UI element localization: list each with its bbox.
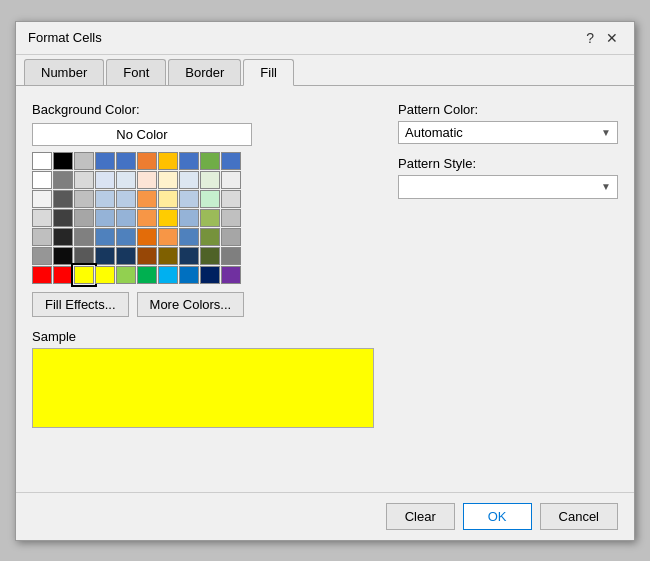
color-cell[interactable]	[95, 266, 115, 284]
color-cell[interactable]	[116, 190, 136, 208]
sample-label: Sample	[32, 329, 374, 344]
color-cell[interactable]	[53, 190, 73, 208]
color-cell[interactable]	[116, 228, 136, 246]
color-cell[interactable]	[137, 152, 157, 170]
footer: Clear OK Cancel	[16, 492, 634, 540]
clear-button[interactable]: Clear	[386, 503, 455, 530]
color-cell[interactable]	[179, 247, 199, 265]
color-cell[interactable]	[95, 171, 115, 189]
color-cell[interactable]	[200, 152, 220, 170]
ok-button[interactable]: OK	[463, 503, 532, 530]
color-actions: Fill Effects... More Colors...	[32, 292, 374, 317]
cancel-button[interactable]: Cancel	[540, 503, 618, 530]
color-cell[interactable]	[74, 171, 94, 189]
color-cell[interactable]	[158, 171, 178, 189]
pattern-color-label: Pattern Color:	[398, 102, 618, 117]
color-cell[interactable]	[116, 209, 136, 227]
color-cell[interactable]	[32, 209, 52, 227]
color-cell[interactable]	[116, 247, 136, 265]
left-panel: Background Color: No Color Fill Effects.…	[32, 102, 374, 476]
color-cell[interactable]	[74, 209, 94, 227]
color-cell[interactable]	[53, 209, 73, 227]
color-cell[interactable]	[95, 247, 115, 265]
color-cell[interactable]	[137, 209, 157, 227]
color-cell[interactable]	[32, 190, 52, 208]
color-cell[interactable]	[95, 190, 115, 208]
color-cell[interactable]	[221, 152, 241, 170]
color-cell[interactable]	[221, 190, 241, 208]
color-cell[interactable]	[137, 190, 157, 208]
color-cell[interactable]	[179, 266, 199, 284]
title-bar: Format Cells ? ✕	[16, 22, 634, 55]
color-cell[interactable]	[137, 247, 157, 265]
color-cell[interactable]	[53, 247, 73, 265]
color-cell[interactable]	[116, 266, 136, 284]
fill-effects-button[interactable]: Fill Effects...	[32, 292, 129, 317]
color-cell[interactable]	[221, 228, 241, 246]
color-cell[interactable]	[158, 266, 178, 284]
help-button[interactable]: ?	[582, 30, 598, 46]
color-cell[interactable]	[158, 228, 178, 246]
color-cell[interactable]	[179, 228, 199, 246]
title-bar-controls: ? ✕	[582, 30, 622, 46]
color-cell[interactable]	[179, 190, 199, 208]
tab-fill[interactable]: Fill	[243, 59, 294, 86]
tab-font[interactable]: Font	[106, 59, 166, 85]
color-cell[interactable]	[74, 190, 94, 208]
tab-border[interactable]: Border	[168, 59, 241, 85]
color-cell[interactable]	[74, 228, 94, 246]
color-cell[interactable]	[74, 247, 94, 265]
color-cell[interactable]	[158, 247, 178, 265]
color-cell[interactable]	[32, 247, 52, 265]
tab-bar: Number Font Border Fill	[16, 55, 634, 86]
color-cell[interactable]	[179, 209, 199, 227]
color-cell[interactable]	[95, 152, 115, 170]
more-colors-button[interactable]: More Colors...	[137, 292, 245, 317]
color-cell[interactable]	[74, 152, 94, 170]
tab-number[interactable]: Number	[24, 59, 104, 85]
color-cell[interactable]	[200, 266, 220, 284]
color-cell[interactable]	[200, 247, 220, 265]
color-cell[interactable]	[221, 266, 241, 284]
color-cell[interactable]	[53, 171, 73, 189]
color-cell[interactable]	[32, 171, 52, 189]
bg-color-label: Background Color:	[32, 102, 374, 117]
color-cell[interactable]	[200, 190, 220, 208]
color-grid	[32, 152, 374, 284]
pattern-color-value: Automatic	[405, 125, 463, 140]
color-cell[interactable]	[74, 266, 94, 284]
color-cell[interactable]	[158, 209, 178, 227]
color-cell[interactable]	[95, 228, 115, 246]
pattern-style-dropdown[interactable]: ▼	[398, 175, 618, 199]
color-cell[interactable]	[158, 190, 178, 208]
close-button[interactable]: ✕	[602, 30, 622, 46]
color-cell[interactable]	[137, 171, 157, 189]
no-color-button[interactable]: No Color	[32, 123, 252, 146]
color-cell[interactable]	[179, 152, 199, 170]
color-cell[interactable]	[137, 228, 157, 246]
color-cell[interactable]	[116, 171, 136, 189]
color-cell[interactable]	[32, 266, 52, 284]
color-cell[interactable]	[32, 152, 52, 170]
color-cell[interactable]	[200, 228, 220, 246]
color-cell[interactable]	[95, 209, 115, 227]
pattern-color-arrow: ▼	[601, 127, 611, 138]
color-cell[interactable]	[200, 171, 220, 189]
right-panel: Pattern Color: Automatic ▼ Pattern Style…	[398, 102, 618, 476]
color-cell[interactable]	[116, 152, 136, 170]
color-cell[interactable]	[221, 247, 241, 265]
dialog-title: Format Cells	[28, 30, 102, 45]
color-cell[interactable]	[53, 152, 73, 170]
color-cell[interactable]	[158, 152, 178, 170]
color-cell[interactable]	[200, 209, 220, 227]
color-cell[interactable]	[221, 171, 241, 189]
color-cell[interactable]	[53, 266, 73, 284]
pattern-color-dropdown[interactable]: Automatic ▼	[398, 121, 618, 144]
color-cell[interactable]	[32, 228, 52, 246]
pattern-style-arrow: ▼	[601, 181, 611, 192]
color-cell[interactable]	[137, 266, 157, 284]
color-cell[interactable]	[53, 228, 73, 246]
sample-section: Sample	[32, 329, 374, 428]
color-cell[interactable]	[221, 209, 241, 227]
color-cell[interactable]	[179, 171, 199, 189]
